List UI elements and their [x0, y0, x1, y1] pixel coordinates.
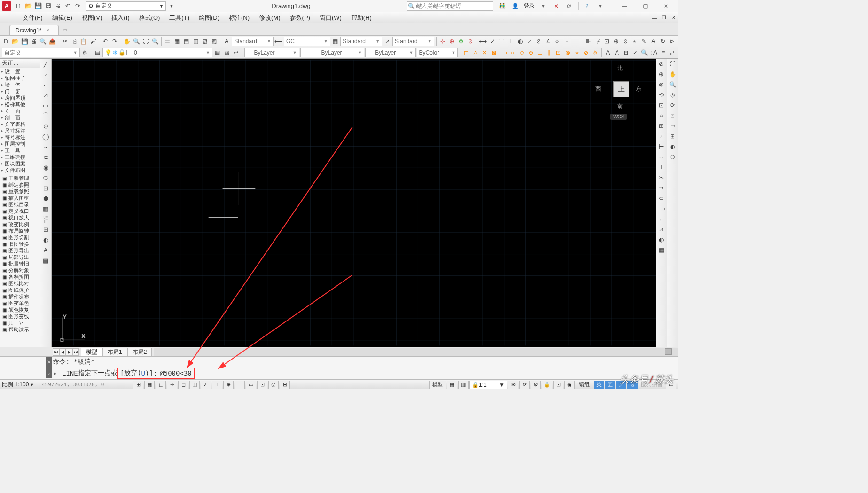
ime-mode2[interactable]: ノ: [616, 381, 626, 389]
hardware-accel-icon[interactable]: ⊡: [553, 381, 563, 389]
new-tab-button[interactable]: ▱: [59, 25, 70, 35]
copy-icon[interactable]: ⎘: [70, 37, 78, 46]
panel-item[interactable]: ▸文件布图: [0, 167, 40, 173]
help-icon[interactable]: ?: [582, 1, 592, 11]
panel-item[interactable]: ▣局部导出: [0, 254, 40, 260]
nav-tool-0[interactable]: ⛶: [667, 59, 678, 69]
chevron-down-icon[interactable]: ▼: [595, 1, 605, 11]
menu-file[interactable]: 文件(F): [18, 12, 47, 23]
dim-style-icon[interactable]: ⟵: [274, 37, 283, 46]
redo-icon[interactable]: ↷: [110, 37, 119, 46]
match-prop-icon[interactable]: 🖌: [89, 37, 97, 46]
modify-tool-6[interactable]: ⊞: [656, 121, 666, 131]
am-toggle[interactable]: ⊞: [280, 381, 290, 389]
nav-tool-9[interactable]: ⬡: [667, 152, 678, 162]
preview-icon[interactable]: 🔍: [39, 37, 47, 46]
clean-screen-icon[interactable]: ▭: [666, 381, 676, 389]
print-icon[interactable]: 🖨: [30, 37, 38, 46]
chevron-down-icon[interactable]: ▼: [539, 1, 548, 11]
inspect-icon[interactable]: ⊙: [621, 37, 630, 46]
new-file-icon[interactable]: 🗋: [2, 37, 10, 46]
doc-restore-button[interactable]: ❐: [659, 14, 669, 22]
nav-tool-3[interactable]: ◎: [667, 90, 678, 100]
draw-tool-2[interactable]: ⌐: [40, 79, 51, 90]
panel-item[interactable]: ▸剖 面: [0, 114, 40, 121]
tool-palette-icon[interactable]: ▤: [182, 37, 190, 46]
open-file-icon[interactable]: 📂: [11, 37, 20, 46]
modify-tool-15[interactable]: ⌐: [656, 214, 666, 224]
panel-item[interactable]: ▸楼梯其他: [0, 101, 40, 108]
panel-item[interactable]: ▣其 它: [0, 320, 40, 326]
3dosnap-toggle[interactable]: ◫: [189, 381, 200, 389]
menu-modify[interactable]: 修改(M): [254, 12, 285, 23]
dim-ordinate-icon[interactable]: ⊥: [507, 37, 515, 46]
tab-last-button[interactable]: ⏭: [72, 348, 79, 356]
close-button[interactable]: ✕: [656, 0, 676, 12]
dim-space-icon[interactable]: ⊪: [584, 37, 593, 46]
quickview-layouts-icon[interactable]: ▦: [447, 381, 457, 389]
menu-window[interactable]: 窗口(W): [315, 12, 346, 23]
dim-baseline-icon[interactable]: ⊦: [563, 37, 571, 46]
layout-tab-model[interactable]: 模型: [81, 348, 102, 356]
draw-tool-6[interactable]: ⊙: [40, 121, 51, 131]
ime-settings-icon[interactable]: ☼: [627, 381, 638, 389]
quickview-drawings-icon[interactable]: ▥: [458, 381, 469, 389]
ortho-toggle[interactable]: ∟: [156, 381, 166, 389]
draw-tool-14[interactable]: ▦: [40, 203, 51, 214]
properties-icon[interactable]: ☰: [164, 37, 172, 46]
draw-tool-4[interactable]: ▭: [40, 100, 51, 110]
layer-states-icon[interactable]: ▦: [213, 48, 222, 57]
snap-mid-icon[interactable]: △: [471, 48, 480, 57]
dyn-toggle[interactable]: ⊕: [223, 381, 234, 389]
save-icon[interactable]: 💾: [21, 37, 29, 46]
viewcube-east[interactable]: 东: [636, 85, 641, 93]
model-space-button[interactable]: 模型: [429, 381, 446, 389]
qat-more-icon[interactable]: ▼: [167, 2, 176, 10]
linetype-dropdown[interactable]: ———ByLayer▼: [300, 48, 365, 57]
snap-ext-icon[interactable]: ⟶: [499, 48, 508, 57]
document-tab[interactable]: Drawing1* ✕: [9, 25, 59, 35]
table-style-icon[interactable]: ▦: [331, 37, 340, 46]
panel-item[interactable]: ▣插入图框: [0, 195, 40, 201]
text-style-dropdown[interactable]: Standard▼: [232, 37, 274, 46]
draw-tool-12[interactable]: ⊡: [40, 183, 51, 193]
workspace-dropdown[interactable]: ⚙ 自定义 ▼: [86, 1, 166, 11]
osnap-icon[interactable]: ⊹: [438, 37, 447, 46]
mleader-style-icon[interactable]: ↗: [383, 37, 391, 46]
print-icon[interactable]: 🖨: [54, 2, 62, 10]
dim-angular-icon[interactable]: ∠: [544, 37, 552, 46]
panel-item[interactable]: ▸符号标注: [0, 134, 40, 141]
tab-first-button[interactable]: ⏮: [53, 348, 59, 356]
layer-iso-icon[interactable]: ▧: [222, 48, 231, 57]
nav-tool-1[interactable]: ✋: [667, 69, 678, 79]
tab-next-button[interactable]: ▶: [66, 348, 72, 356]
anno-scale-dropdown[interactable]: 🔒1:1▼: [469, 381, 507, 389]
sc-toggle[interactable]: ◎: [268, 381, 279, 389]
field-icon[interactable]: ⊞: [622, 48, 631, 57]
ime-lang[interactable]: 英: [594, 381, 604, 389]
viewcube-south[interactable]: 南: [617, 102, 623, 110]
minimize-button[interactable]: —: [614, 0, 635, 12]
ime-mode1[interactable]: 五: [605, 381, 615, 389]
design-center-icon[interactable]: ▦: [173, 37, 181, 46]
snap-qua-icon[interactable]: ◇: [517, 48, 526, 57]
dim-break-icon[interactable]: ⊮: [594, 37, 602, 46]
infocenter-icon[interactable]: 👬: [497, 1, 507, 11]
panel-header[interactable]: 天正…: [0, 59, 40, 68]
undo-icon[interactable]: ↶: [101, 37, 109, 46]
panel-item[interactable]: ▣视口放大: [0, 214, 40, 221]
nav-tool-7[interactable]: ⊞: [667, 131, 678, 141]
pan-icon[interactable]: ✋: [123, 37, 132, 46]
dim-jogged-icon[interactable]: ⟋: [525, 37, 534, 46]
panel-item[interactable]: ▣图变单色: [0, 300, 40, 306]
layer-prop-icon[interactable]: ▤: [93, 48, 102, 57]
text-style-icon[interactable]: A: [222, 37, 231, 46]
viewcube-wcs[interactable]: WCS: [610, 114, 627, 120]
zoom-prev-icon[interactable]: 🔍: [151, 37, 159, 46]
panel-item[interactable]: ▸工 具: [0, 147, 40, 154]
panel-item[interactable]: ▣图纸保护: [0, 287, 40, 293]
cut-icon[interactable]: ✂: [61, 37, 69, 46]
snap-toggle[interactable]: ⊞: [133, 381, 143, 389]
panel-item[interactable]: ▣图纸比对: [0, 280, 40, 287]
panel-item[interactable]: ▣分解对象: [0, 267, 40, 274]
